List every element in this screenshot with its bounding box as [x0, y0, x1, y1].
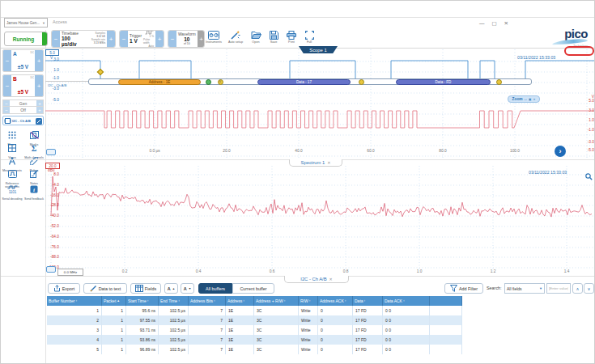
waveform-previous-button[interactable]: −: [168, 31, 176, 47]
timebase-decrease-button[interactable]: −: [52, 31, 60, 47]
column-header-address-bits[interactable]: Address Bits↕: [189, 296, 226, 306]
sidebar-item-serial-decoding[interactable]: 1101Serial decoding: [2, 182, 23, 201]
sort-icon[interactable]: ↕: [214, 299, 215, 303]
column-header-end-time[interactable]: End Time↕: [159, 296, 189, 306]
channel-b-increase-button[interactable]: +: [35, 75, 43, 96]
timebase-increase-button[interactable]: +: [107, 31, 115, 47]
sort-icon[interactable]: ↕: [75, 299, 77, 303]
gen-label[interactable]: Gen: [10, 100, 36, 106]
print-label: Print: [288, 40, 295, 44]
gen-state[interactable]: Off: [10, 107, 36, 113]
next-page-button[interactable]: ›: [555, 146, 566, 157]
spectrum-plot[interactable]: [45, 166, 595, 277]
sort-icon[interactable]: ↕: [403, 299, 405, 303]
channel-a-increase-button[interactable]: +: [35, 50, 43, 71]
sort-icon[interactable]: ↕: [309, 299, 311, 303]
table-row[interactable]: 5196.89 ns102.5 µs71E3CWrite017 FD0 0: [47, 345, 462, 354]
sort-icon[interactable]: ↕: [178, 299, 180, 303]
sort-icon[interactable]: ↕: [345, 299, 346, 303]
zoom-minimize-icon[interactable]: ▭: [525, 98, 527, 101]
toolbar-auto-setup-button[interactable]: Auto setup: [225, 31, 246, 47]
sort-icon[interactable]: ↕: [284, 299, 286, 303]
export-button[interactable]: Export: [48, 283, 80, 294]
table-row[interactable]: 2197.55 ns102.5 µs71E3CWrite017 FD0 0: [47, 315, 462, 325]
column-header-packet[interactable]: Packet▲: [102, 296, 126, 306]
scope-y-limit[interactable]: 5.0: [45, 49, 59, 56]
all-buffers-button[interactable]: All buffers: [198, 283, 232, 294]
tab-i2c-table-close-icon[interactable]: ✕: [329, 277, 333, 281]
search-next-button[interactable]: ∨: [584, 283, 594, 294]
zoom-overlay[interactable]: Zoom ▭ ▣ ✕: [508, 95, 540, 103]
column-header-start-time[interactable]: Start Time↕: [126, 296, 159, 306]
gen-off-increase-button[interactable]: +: [36, 107, 43, 113]
channel-a-widget[interactable]: −ADC±5 V+: [2, 49, 44, 72]
spectrum-x-first-tick[interactable]: 0.0 MHz: [57, 269, 83, 276]
i2c-edit-icon[interactable]: [36, 113, 42, 128]
column-header-r-w[interactable]: R/W↕: [299, 296, 318, 306]
trigger-value[interactable]: 1 V: [130, 38, 138, 44]
channel-b-widget[interactable]: −BDC±5 V+: [2, 74, 44, 97]
column-header-data[interactable]: Data↕: [353, 296, 383, 306]
column-header-address-ack[interactable]: Address ACK↕: [318, 296, 353, 306]
timebase-value[interactable]: 100 µs/div: [62, 36, 86, 47]
trigger-decrease-button[interactable]: −: [120, 31, 128, 47]
decode-green-dot[interactable]: [206, 79, 211, 85]
current-buffer-button[interactable]: Current buffer: [232, 283, 274, 294]
profile-dropdown[interactable]: James House Gen... ▼: [4, 18, 48, 28]
decode-yellow-dot[interactable]: [496, 79, 502, 85]
search-scope-select[interactable]: All fields ▼: [504, 283, 545, 294]
magnifier-icon[interactable]: [585, 169, 593, 184]
spectrum-y-limit[interactable]: 20.0: [45, 163, 60, 169]
column-header-data-ack[interactable]: Data ACK↕: [383, 296, 430, 306]
column-header-address-r-w[interactable]: Address + R/W↕: [254, 296, 299, 306]
table-row[interactable]: 4193.86 ns102.5 µs71E3CWrite017 FD0 0: [47, 335, 462, 345]
tab-i2c-table[interactable]: I2C - Ch A/B ✕: [284, 276, 349, 283]
maximize-button[interactable]: ▢: [491, 20, 496, 27]
cell: 17 FD: [353, 335, 383, 345]
decode-purple-pill[interactable]: Data - 17: [257, 79, 351, 85]
toolbar-full-button[interactable]: Full: [299, 31, 320, 47]
tab-scope-1[interactable]: Scope 1: [299, 46, 338, 53]
running-label: Running: [5, 36, 42, 42]
gen-decrease-button[interactable]: −: [3, 100, 10, 106]
spectrum-x-axis-handle[interactable]: [46, 266, 56, 273]
i2c-decoder-chip[interactable]: I2C - Ch A/B: [2, 116, 44, 125]
scope-plot[interactable]: [45, 49, 595, 159]
channel-a-decrease-button[interactable]: −: [3, 50, 11, 71]
zoom-close-icon[interactable]: ✕: [533, 98, 535, 101]
sort-icon[interactable]: ▲: [117, 299, 120, 303]
toolbar-instruments-button[interactable]: Instruments: [203, 31, 224, 47]
tab-spectrum-1[interactable]: Spectrum 1 ✕: [289, 159, 342, 167]
channel-b-decrease-button[interactable]: −: [3, 75, 11, 96]
channel-a-range: ±5 V: [11, 64, 35, 70]
column-header-buffer-number[interactable]: Buffer Number↕: [47, 296, 102, 306]
running-button[interactable]: Running: [4, 32, 48, 46]
sort-icon[interactable]: ↕: [243, 299, 244, 303]
decode-orange-pill[interactable]: Address - 1E: [118, 79, 201, 85]
table-row[interactable]: 1195.6 ns102.5 µs71E3CWrite017 FD0 0: [47, 306, 462, 315]
font-increase-button[interactable]: A▲: [164, 283, 178, 294]
sort-icon[interactable]: ↕: [147, 299, 149, 303]
pencil-icon: [90, 285, 97, 293]
gen-off-decrease-button[interactable]: −: [3, 107, 10, 113]
decode-yellow-dot[interactable]: [359, 79, 364, 85]
trigger-increase-button[interactable]: +: [155, 31, 164, 47]
search-previous-button[interactable]: ∧: [572, 283, 583, 294]
decode-yellow-dot[interactable]: 0: [218, 79, 223, 85]
tab-spectrum-close-icon[interactable]: ✕: [327, 160, 330, 165]
sort-icon[interactable]: ↕: [364, 299, 366, 303]
close-button[interactable]: ✕: [504, 20, 508, 27]
add-filter-button[interactable]: Add Filter: [444, 283, 483, 294]
column-header-address[interactable]: Address↕: [226, 296, 254, 306]
table-row[interactable]: 3193.71 ns102.5 µs71E3CWrite017 FD0 0: [47, 325, 462, 335]
fields-button[interactable]: Fields: [130, 283, 161, 294]
decode-purple-pill[interactable]: Data - FD: [396, 79, 491, 85]
minimize-button[interactable]: —: [479, 20, 485, 27]
font-decrease-button[interactable]: A▼: [181, 283, 194, 294]
zoom-window-icon[interactable]: ▣: [529, 98, 531, 101]
data-to-text-button[interactable]: Data to text: [83, 283, 127, 294]
scope-x-axis-handle[interactable]: [46, 149, 56, 155]
search-input[interactable]: [546, 283, 571, 294]
gen-increase-button[interactable]: +: [36, 100, 43, 106]
serial-decoding-label: Serial decoding: [2, 197, 23, 201]
